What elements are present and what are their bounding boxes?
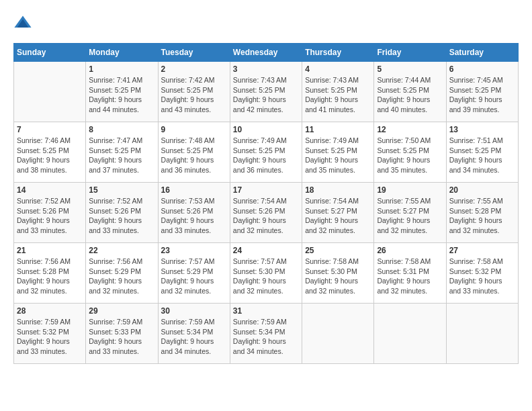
day-info-line: and 32 minutes. — [449, 226, 500, 234]
day-number: 9 — [161, 125, 227, 134]
day-info: Sunrise: 7:52 AMSunset: 5:26 PMDaylight:… — [17, 196, 83, 236]
day-info-line: Sunrise: 7:43 AM — [305, 76, 359, 84]
day-info-line: Sunrise: 7:53 AM — [161, 197, 215, 205]
day-info-line: Sunset: 5:30 PM — [233, 267, 285, 275]
day-info-line: Sunset: 5:34 PM — [161, 328, 214, 336]
day-number: 22 — [89, 246, 154, 255]
day-info: Sunrise: 7:52 AMSunset: 5:26 PMDaylight:… — [89, 196, 154, 236]
calendar-week-row: 28Sunrise: 7:59 AMSunset: 5:32 PMDayligh… — [14, 304, 519, 364]
day-number: 23 — [161, 246, 227, 255]
day-info: Sunrise: 7:46 AMSunset: 5:25 PMDaylight:… — [17, 136, 83, 175]
day-info-line: and 32 minutes. — [161, 287, 212, 295]
day-info-line: Daylight: 9 hours — [89, 156, 142, 164]
day-info-line: Sunrise: 7:42 AM — [161, 76, 215, 84]
day-info-line: and 38 minutes. — [17, 166, 67, 174]
day-info-line: Sunrise: 7:56 AM — [89, 257, 142, 265]
day-info-line: Daylight: 9 hours — [377, 216, 430, 224]
calendar-cell: 25Sunrise: 7:58 AMSunset: 5:30 PMDayligh… — [302, 243, 374, 304]
day-info-line: and 43 minutes. — [161, 105, 212, 113]
day-info-line: Daylight: 9 hours — [161, 337, 214, 345]
weekday-header: Tuesday — [158, 44, 230, 62]
day-info-line: Daylight: 9 hours — [449, 277, 502, 285]
day-info: Sunrise: 7:49 AMSunset: 5:25 PMDaylight:… — [305, 136, 371, 175]
day-info-line: Sunrise: 7:51 AM — [449, 136, 503, 144]
day-info-line: Sunset: 5:25 PM — [305, 86, 357, 94]
calendar-cell: 28Sunrise: 7:59 AMSunset: 5:32 PMDayligh… — [14, 304, 86, 364]
calendar-cell: 19Sunrise: 7:55 AMSunset: 5:27 PMDayligh… — [374, 183, 446, 243]
day-info: Sunrise: 7:48 AMSunset: 5:25 PMDaylight:… — [161, 136, 227, 175]
day-info-line: Daylight: 9 hours — [89, 216, 142, 224]
day-number: 18 — [305, 185, 371, 195]
day-info-line: Daylight: 9 hours — [377, 95, 430, 103]
day-info-line: Sunrise: 7:45 AM — [449, 76, 503, 84]
day-number: 24 — [233, 246, 299, 255]
day-info-line: Sunrise: 7:47 AM — [89, 136, 142, 144]
day-info-line: and 32 minutes. — [17, 287, 67, 295]
day-number: 31 — [233, 306, 299, 316]
day-info-line: Sunset: 5:26 PM — [89, 207, 141, 215]
day-info: Sunrise: 7:59 AMSunset: 5:32 PMDaylight:… — [17, 317, 83, 357]
day-info-line: and 42 minutes. — [233, 105, 283, 113]
day-info: Sunrise: 7:44 AMSunset: 5:25 PMDaylight:… — [377, 75, 443, 115]
day-info-line: Sunrise: 7:55 AM — [449, 197, 503, 205]
day-number: 15 — [89, 185, 154, 195]
day-number: 11 — [305, 125, 371, 134]
day-info-line: Daylight: 9 hours — [17, 156, 70, 164]
day-number: 30 — [161, 306, 227, 316]
day-info: Sunrise: 7:53 AMSunset: 5:26 PMDaylight:… — [161, 196, 227, 236]
page-header — [13, 13, 519, 32]
calendar-cell: 4Sunrise: 7:43 AMSunset: 5:25 PMDaylight… — [302, 62, 374, 122]
day-info-line: Daylight: 9 hours — [233, 95, 286, 103]
day-info-line: Sunset: 5:25 PM — [161, 86, 214, 94]
day-info-line: Sunset: 5:25 PM — [233, 86, 285, 94]
day-info-line: Sunset: 5:25 PM — [377, 146, 429, 154]
day-info-line: Sunset: 5:28 PM — [449, 207, 502, 215]
day-info-line: Sunrise: 7:57 AM — [233, 257, 287, 265]
day-info-line: Sunrise: 7:41 AM — [89, 76, 142, 84]
day-info-line: Daylight: 9 hours — [377, 156, 430, 164]
day-number: 8 — [89, 125, 154, 134]
day-number: 21 — [17, 246, 83, 255]
day-info-line: Sunrise: 7:58 AM — [377, 257, 431, 265]
day-info-line: and 35 minutes. — [377, 166, 427, 174]
calendar-cell: 14Sunrise: 7:52 AMSunset: 5:26 PMDayligh… — [14, 183, 86, 243]
day-info-line: and 32 minutes. — [305, 287, 355, 295]
calendar-cell: 24Sunrise: 7:57 AMSunset: 5:30 PMDayligh… — [230, 243, 302, 304]
calendar-cell — [374, 304, 446, 364]
day-info-line: and 36 minutes. — [233, 166, 283, 174]
calendar-week-row: 14Sunrise: 7:52 AMSunset: 5:26 PMDayligh… — [14, 183, 519, 243]
day-info-line: Sunset: 5:26 PM — [17, 207, 69, 215]
calendar-cell: 11Sunrise: 7:49 AMSunset: 5:25 PMDayligh… — [302, 122, 374, 183]
day-info-line: Sunset: 5:26 PM — [233, 207, 285, 215]
day-info-line: Daylight: 9 hours — [17, 337, 70, 345]
weekday-header: Monday — [86, 44, 158, 62]
day-number: 14 — [17, 185, 83, 195]
calendar-cell: 12Sunrise: 7:50 AMSunset: 5:25 PMDayligh… — [374, 122, 446, 183]
calendar-cell: 3Sunrise: 7:43 AMSunset: 5:25 PMDaylight… — [230, 62, 302, 122]
weekday-header: Wednesday — [230, 44, 302, 62]
day-info-line: Sunrise: 7:59 AM — [89, 318, 142, 326]
day-info-line: Daylight: 9 hours — [89, 95, 142, 103]
day-info-line: and 33 minutes. — [449, 287, 500, 295]
day-info: Sunrise: 7:58 AMSunset: 5:31 PMDaylight:… — [377, 257, 443, 296]
day-info-line: and 40 minutes. — [377, 105, 427, 113]
day-info: Sunrise: 7:57 AMSunset: 5:30 PMDaylight:… — [233, 257, 299, 296]
day-info: Sunrise: 7:56 AMSunset: 5:29 PMDaylight:… — [89, 257, 154, 296]
day-info-line: Sunrise: 7:49 AM — [233, 136, 287, 144]
calendar-cell: 8Sunrise: 7:47 AMSunset: 5:25 PMDaylight… — [86, 122, 158, 183]
calendar-cell: 18Sunrise: 7:54 AMSunset: 5:27 PMDayligh… — [302, 183, 374, 243]
day-info-line: Daylight: 9 hours — [161, 95, 214, 103]
day-info-line: Sunrise: 7:46 AM — [17, 136, 71, 144]
day-info: Sunrise: 7:54 AMSunset: 5:26 PMDaylight:… — [233, 196, 299, 236]
day-info-line: Sunrise: 7:58 AM — [449, 257, 503, 265]
day-info-line: Sunrise: 7:54 AM — [233, 197, 287, 205]
day-number: 20 — [449, 185, 515, 195]
day-info-line: Daylight: 9 hours — [161, 156, 214, 164]
day-info-line: Sunset: 5:25 PM — [449, 86, 502, 94]
weekday-header-row: SundayMondayTuesdayWednesdayThursdayFrid… — [14, 44, 519, 62]
day-info-line: Sunset: 5:25 PM — [305, 146, 357, 154]
calendar-week-row: 21Sunrise: 7:56 AMSunset: 5:28 PMDayligh… — [14, 243, 519, 304]
day-info: Sunrise: 7:42 AMSunset: 5:25 PMDaylight:… — [161, 75, 227, 115]
day-info: Sunrise: 7:54 AMSunset: 5:27 PMDaylight:… — [305, 196, 371, 236]
day-info-line: and 32 minutes. — [233, 226, 283, 234]
